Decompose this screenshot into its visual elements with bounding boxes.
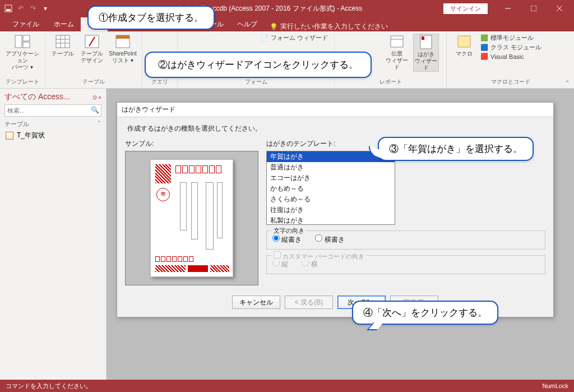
- tell-me-box[interactable]: 💡 実行したい作業を入力してください: [270, 22, 388, 31]
- group-label-forms: フォーム: [182, 77, 330, 87]
- dialog-instruction: 作成するはがきの種類を選択してください。: [127, 124, 543, 133]
- qat-dropdown-icon[interactable]: ▾: [40, 3, 50, 13]
- app-parts-button[interactable]: アプリケーション パーツ ▾: [4, 34, 40, 71]
- macro-button[interactable]: マクロ: [451, 34, 477, 57]
- form-wizard-icon: 📄: [261, 34, 269, 42]
- template-option[interactable]: 往復はがき: [267, 205, 395, 215]
- status-left: コマンドを入力してください。: [6, 382, 92, 390]
- workspace: すべての Access... ⊙ « 🔍 テーブル⌃ T_年賀状 はがきウィザー…: [0, 89, 574, 380]
- query-button[interactable]: [147, 34, 173, 50]
- hagaki-wizard-button[interactable]: はがき ウィザード: [413, 34, 439, 72]
- dialog-title: はがきウィザード: [117, 103, 553, 117]
- quick-access-toolbar: ↶ ↷ ▾: [0, 3, 54, 13]
- callout-2: ②はがきウィザードアイコンをクリックする。: [145, 52, 372, 78]
- module-icon: 🟩: [480, 34, 488, 42]
- barcode-legend: カスタマー バーコードの向き: [271, 251, 367, 261]
- collapse-icon[interactable]: ⌃: [97, 120, 101, 128]
- template-option[interactable]: かもめ～る: [267, 183, 395, 194]
- maximize-button[interactable]: [521, 0, 546, 17]
- undo-icon[interactable]: ↶: [16, 3, 26, 13]
- nav-item-table[interactable]: T_年賀状: [4, 130, 101, 141]
- svg-rect-21: [422, 36, 424, 40]
- minimize-button[interactable]: [496, 0, 520, 17]
- nav-dropdown-icon[interactable]: ⊙ «: [92, 94, 101, 100]
- svg-rect-17: [116, 35, 129, 39]
- sample-label: サンプル:: [125, 139, 258, 149]
- ribbon-group-tables: テーブル テーブル デザイン SharePoint リスト ▾ テーブル: [45, 31, 142, 88]
- sharepoint-list-button[interactable]: SharePoint リスト ▾: [108, 34, 137, 64]
- class-module-icon: 🟦: [480, 44, 488, 52]
- group-label-template: テンプレート: [4, 77, 40, 87]
- title-bar: ↶ ↷ ▾ top¥Access紹介¥年賀状.accdb (Access 200…: [0, 0, 574, 17]
- tab-file[interactable]: ファイル: [4, 17, 47, 31]
- svg-rect-1: [6, 9, 11, 11]
- table-button[interactable]: テーブル: [50, 34, 76, 57]
- template-option[interactable]: 私製はがき: [267, 215, 395, 225]
- status-right: NumLock: [543, 382, 568, 389]
- postcard-preview: 〠: [150, 159, 233, 277]
- svg-rect-22: [458, 36, 470, 47]
- denpyo-wizard-button[interactable]: 伝票 ウィザード: [384, 34, 410, 71]
- orientation-legend: 文字の向き: [271, 227, 307, 235]
- sharepoint-icon: [114, 34, 132, 49]
- callout-3: ③「年賀はがき」を選択する。: [378, 137, 534, 161]
- barcode-fieldset: カスタマー バーコードの向き 縦 横: [266, 255, 545, 274]
- nav-search-input[interactable]: [4, 104, 101, 117]
- tab-home[interactable]: ホーム: [47, 17, 81, 31]
- table-icon: [54, 34, 72, 49]
- svg-rect-18: [391, 36, 403, 47]
- template-list[interactable]: 年賀はがき普通はがきエコーはがきかもめ～るさくらめ～る往復はがき私製はがき: [266, 151, 395, 225]
- denpyo-icon: [388, 34, 406, 49]
- ribbon-group-macro: マクロ 🟩標準モジュール 🟦クラス モジュール 🟥Visual Basic マク…: [447, 31, 574, 88]
- zip-bottom: [155, 256, 193, 262]
- lightbulb-icon: 💡: [270, 23, 278, 31]
- svg-rect-6: [15, 35, 22, 48]
- document-area: はがきウィザード 作成するはがきの種類を選択してください。 サンプル: 〠: [107, 89, 574, 380]
- search-icon[interactable]: 🔍: [91, 106, 99, 114]
- navigation-title[interactable]: すべての Access... ⊙ «: [4, 92, 101, 102]
- form-wizard-button[interactable]: 📄フォーム ウィザード: [261, 34, 328, 42]
- collapse-ribbon-icon[interactable]: ⌃: [565, 80, 570, 86]
- status-bar: コマンドを入力してください。 NumLock: [0, 380, 574, 392]
- table-design-button[interactable]: テーブル デザイン: [79, 34, 105, 64]
- callout-4: ④「次へ」をクリックする。: [352, 301, 498, 325]
- table-design-icon: [83, 34, 101, 49]
- postmark-icon: 〠: [156, 188, 170, 201]
- ribbon-group-template: アプリケーション パーツ ▾ テンプレート: [0, 31, 45, 88]
- redo-icon[interactable]: ↷: [28, 3, 38, 13]
- stamp-icon: [155, 164, 171, 183]
- template-option[interactable]: さくらめ～る: [267, 194, 395, 205]
- tell-me-label: 実行したい作業を入力してください: [280, 22, 388, 31]
- back-button: < 戻る(B): [285, 296, 333, 309]
- module-button[interactable]: 🟩標準モジュール: [480, 34, 541, 42]
- svg-rect-7: [23, 35, 30, 41]
- nav-item-label: T_年賀状: [17, 131, 45, 140]
- svg-rect-8: [23, 42, 30, 48]
- callout-1: ①作成タブを選択する。: [87, 6, 215, 30]
- close-button[interactable]: [547, 0, 572, 17]
- hagaki-icon: [417, 34, 435, 50]
- visual-basic-button[interactable]: 🟥Visual Basic: [480, 53, 541, 61]
- signin-button[interactable]: サインイン: [443, 3, 488, 14]
- sample-preview: 〠: [125, 151, 258, 285]
- app-parts-icon: [13, 34, 31, 49]
- ribbon-tabs: ファイル ホーム 作成 外部データ データベース ツール ヘルプ 💡 実行したい…: [0, 17, 574, 31]
- svg-rect-3: [531, 6, 536, 11]
- radio-vertical[interactable]: 縦書き: [272, 234, 302, 245]
- hagaki-wizard-dialog: はがきウィザード 作成するはがきの種類を選択してください。 サンプル: 〠: [117, 102, 554, 317]
- navigation-pane: すべての Access... ⊙ « 🔍 テーブル⌃ T_年賀状: [0, 89, 107, 380]
- table-object-icon: [6, 132, 13, 140]
- group-label-tables: テーブル: [50, 77, 137, 87]
- zip-top: [175, 165, 221, 173]
- radio-horizontal[interactable]: 横書き: [315, 234, 344, 245]
- nav-group-tables[interactable]: テーブル⌃: [4, 120, 101, 128]
- group-label-queries: クエリ: [147, 77, 173, 87]
- template-option[interactable]: エコーはがき: [267, 173, 395, 183]
- tab-help[interactable]: ヘルプ: [230, 17, 264, 31]
- save-icon[interactable]: [3, 3, 13, 13]
- template-option[interactable]: 普通はがき: [267, 162, 395, 173]
- cancel-button[interactable]: キャンセル: [232, 296, 280, 309]
- class-module-button[interactable]: 🟦クラス モジュール: [480, 43, 541, 52]
- group-label-macro: マクロとコード: [451, 77, 570, 87]
- group-label-reports: レポート: [339, 77, 442, 87]
